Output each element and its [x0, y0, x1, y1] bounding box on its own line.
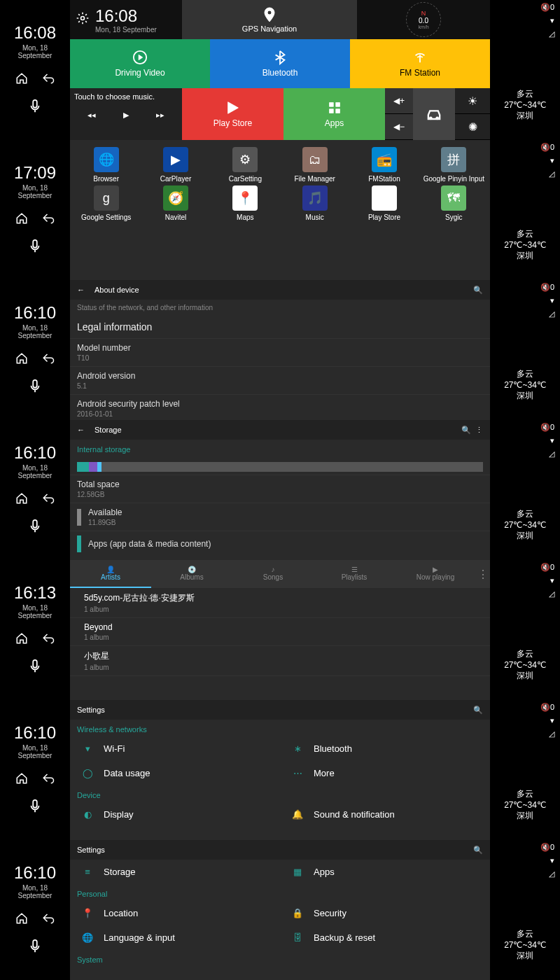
app-carsetting[interactable]: ⚙CarSetting: [212, 147, 279, 183]
clock-tile[interactable]: 16:08Mon, 18 September: [70, 0, 182, 39]
more-item[interactable]: ⋯More: [280, 768, 490, 778]
app-google-settings[interactable]: gGoogle Settings: [73, 186, 139, 221]
home-icon[interactable]: [15, 492, 28, 507]
wifi-icon: ▾: [81, 743, 94, 754]
svg-point-8: [436, 117, 439, 120]
mic-icon[interactable]: [27, 519, 43, 537]
data-usage-item[interactable]: ◯Data usage: [70, 768, 280, 778]
weather-widget[interactable]: 多云27℃~34℃深圳: [490, 210, 560, 280]
mic-icon[interactable]: [27, 659, 43, 677]
app-file-manager[interactable]: 🗂File Manager: [281, 147, 348, 183]
back-icon[interactable]: [42, 772, 55, 788]
car-mode-tile[interactable]: [413, 88, 455, 140]
driving-video-tile[interactable]: Driving Video: [70, 39, 210, 88]
back-icon[interactable]: [42, 72, 55, 88]
about-item[interactable]: Android version5.1: [70, 366, 490, 394]
artist-row[interactable]: Beyond1 album: [70, 618, 490, 646]
app-fmstation[interactable]: 📻FMStation: [351, 147, 417, 183]
more-icon[interactable]: ⋮: [475, 426, 483, 434]
back-icon[interactable]: [42, 352, 55, 368]
app-play-store[interactable]: ▶Play Store: [351, 186, 417, 221]
mic-icon[interactable]: [27, 99, 43, 117]
app-google-pinyin-input[interactable]: 拼Google Pinyin Input: [421, 147, 487, 183]
storage-item[interactable]: ≡Storage: [70, 867, 280, 877]
artist-row[interactable]: 5d5y.com-尼古拉·德·安捷罗斯1 album: [70, 588, 490, 618]
app-music[interactable]: 🎵Music: [281, 186, 348, 221]
security-item[interactable]: 🔒Security: [280, 908, 490, 918]
search-icon[interactable]: 🔍: [473, 286, 483, 295]
mic-icon[interactable]: [27, 939, 43, 957]
app-browser[interactable]: 🌐Browser: [73, 147, 139, 183]
bluetooth-tile[interactable]: Bluetooth: [210, 39, 350, 88]
fm-station-tile[interactable]: FM Station: [350, 39, 490, 88]
about-item[interactable]: Android security patch level2016-01-01: [70, 394, 490, 420]
svg-rect-5: [329, 109, 333, 113]
volume-down-button[interactable]: ◀−: [385, 114, 413, 140]
mic-icon[interactable]: [27, 239, 43, 257]
more-icon[interactable]: ⋮: [476, 560, 490, 588]
back-icon[interactable]: [42, 212, 55, 227]
brightness-up-button[interactable]: ☀: [455, 88, 490, 114]
location-item[interactable]: 📍Location: [70, 908, 280, 918]
back-icon[interactable]: [42, 632, 55, 648]
tab-playlists[interactable]: ☰Playlists: [314, 560, 395, 588]
play-store-tile[interactable]: Play Store: [182, 88, 284, 140]
mic-icon[interactable]: [27, 379, 43, 397]
search-icon[interactable]: 🔍: [473, 846, 483, 855]
svg-rect-3: [329, 103, 333, 107]
home-icon[interactable]: [15, 912, 28, 927]
tab-songs[interactable]: ♪Songs: [232, 560, 314, 588]
gps-tile[interactable]: GPS Navigation: [182, 0, 357, 39]
gear-icon[interactable]: [76, 11, 90, 28]
back-arrow-icon[interactable]: ←: [77, 426, 85, 434]
apps-tile[interactable]: Apps: [284, 88, 385, 140]
apps-item[interactable]: ▦Apps: [280, 867, 490, 877]
backup-item[interactable]: 🗄Backup & reset: [280, 932, 490, 943]
app-maps[interactable]: 📍Maps: [212, 186, 279, 221]
search-icon[interactable]: 🔍: [473, 706, 483, 715]
mic-icon[interactable]: [27, 799, 43, 817]
display-item[interactable]: ◐Display: [70, 809, 280, 820]
home-icon[interactable]: [15, 352, 28, 368]
home-icon[interactable]: [15, 632, 28, 648]
clock-time: 17:09: [14, 163, 56, 183]
compass-tile[interactable]: N 0.0 km/h: [357, 0, 490, 39]
bluetooth-item[interactable]: ∗Bluetooth: [280, 743, 490, 754]
tab-now-playing[interactable]: ▶Now playing: [395, 560, 476, 588]
volume-up-button[interactable]: ◀+: [385, 88, 413, 114]
prev-icon[interactable]: ◂◂: [88, 111, 96, 120]
about-item[interactable]: Model numberT10: [70, 338, 490, 366]
music-tile[interactable]: Touch to choose music. ◂◂ ▶ ▸▸: [70, 88, 182, 140]
artist-row[interactable]: 小歌星1 album: [70, 646, 490, 676]
tab-albums[interactable]: 💿Albums: [151, 560, 232, 588]
language-item[interactable]: 🌐Language & input: [70, 932, 280, 943]
signal-icon: ◿: [549, 29, 554, 38]
status-note: Status of the network, and other informa…: [70, 300, 490, 316]
brightness-down-button[interactable]: ✺: [455, 114, 490, 140]
home-icon[interactable]: [15, 772, 28, 788]
signal-icon: ◿: [549, 169, 554, 178]
page-title: Storage: [94, 426, 122, 434]
app-carplayer[interactable]: ▶CarPlayer: [142, 147, 209, 183]
next-icon[interactable]: ▸▸: [156, 111, 164, 120]
tab-artists[interactable]: 👤Artists: [70, 560, 151, 588]
back-icon[interactable]: [42, 492, 55, 507]
apps-storage-item[interactable]: Apps (app data & media content): [70, 531, 490, 556]
sound-item[interactable]: 🔔Sound & notification: [280, 809, 490, 820]
search-icon[interactable]: 🔍: [461, 426, 471, 434]
back-arrow-icon[interactable]: ←: [77, 286, 85, 294]
page-title: Settings: [77, 846, 105, 854]
wifi-item[interactable]: ▾Wi-Fi: [70, 743, 280, 754]
app-navitel[interactable]: 🧭Navitel: [142, 186, 209, 221]
total-space-item[interactable]: Total space12.58GB: [70, 475, 490, 503]
legal-info-item[interactable]: Legal information: [70, 316, 490, 338]
home-icon[interactable]: [15, 212, 28, 227]
weather-widget[interactable]: 多云27℃~34℃深圳: [490, 70, 560, 140]
play-icon[interactable]: ▶: [123, 111, 129, 120]
display-icon: ◐: [81, 809, 94, 820]
lock-icon: 🔒: [291, 908, 304, 918]
app-sygic[interactable]: 🗺Sygic: [421, 186, 487, 221]
available-item[interactable]: Available11.89GB: [70, 503, 490, 531]
home-icon[interactable]: [15, 72, 28, 88]
back-icon[interactable]: [42, 912, 55, 927]
